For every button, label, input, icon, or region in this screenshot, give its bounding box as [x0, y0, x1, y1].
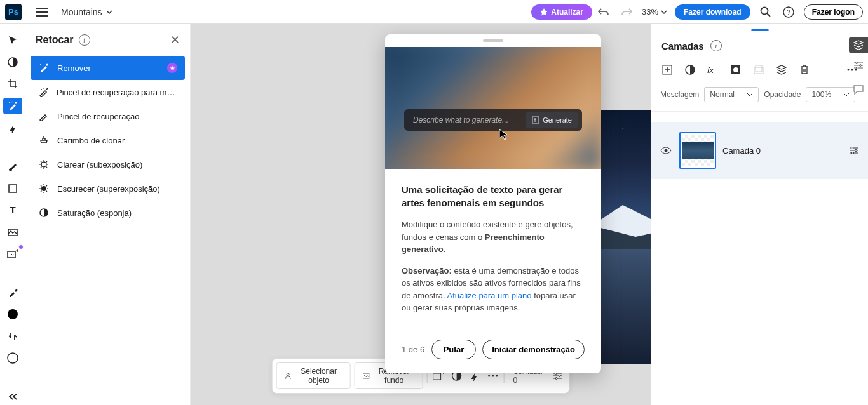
chevron-down-icon	[106, 10, 112, 14]
document-name[interactable]: Mountains	[61, 7, 112, 17]
blend-mode-select[interactable]: Normal	[704, 87, 759, 102]
svg-point-26	[496, 375, 498, 377]
fx-icon[interactable]: fx	[706, 63, 720, 77]
upgrade-link[interactable]: Atualize para um plano	[447, 291, 532, 300]
svg-point-17	[41, 186, 46, 191]
tool-spot-healing[interactable]: Pincel de recuperação para man…	[31, 80, 185, 104]
eyedropper-tool[interactable]	[3, 284, 22, 301]
tool-remover[interactable]: Remover ★	[31, 56, 185, 80]
download-button[interactable]: Fazer download	[675, 4, 750, 20]
svg-text:+: +	[16, 249, 18, 254]
modal-description: Modifique o conteúdo existente e gere ob…	[402, 218, 585, 256]
layers-toggle-icon[interactable]	[849, 37, 868, 53]
quick-actions-tool[interactable]	[3, 119, 22, 136]
modal-drag-handle[interactable]	[385, 34, 601, 47]
tool-burn[interactable]: Escurecer (superexposição)	[31, 176, 185, 201]
svg-point-35	[733, 67, 738, 72]
svg-rect-21	[433, 373, 441, 380]
retouch-tool[interactable]	[3, 98, 22, 115]
move-tool[interactable]	[3, 32, 22, 49]
visibility-toggle-icon[interactable]	[660, 147, 673, 154]
svg-point-47	[857, 67, 858, 69]
adjust-tool[interactable]	[3, 54, 22, 71]
chevron-down-icon	[747, 93, 753, 96]
canvas-area[interactable]: Selecionar objeto Remover fundo + Camada…	[191, 24, 651, 405]
person-icon	[285, 371, 292, 380]
modal-step-indicator: 1 de 6	[402, 345, 424, 354]
chevron-down-icon	[661, 10, 667, 14]
svg-text:?: ?	[787, 8, 790, 16]
tool-sponge[interactable]: Saturação (esponja)	[31, 201, 185, 225]
svg-point-25	[492, 375, 494, 377]
svg-point-16	[41, 162, 46, 167]
swap-colors[interactable]	[3, 328, 22, 345]
opacity-select[interactable]: 100%	[806, 87, 855, 102]
close-icon[interactable]: ✕	[170, 33, 180, 47]
generate-button-preview: Generate	[526, 112, 578, 128]
svg-text:T: T	[10, 205, 15, 215]
undo-button[interactable]	[595, 3, 613, 21]
layer-settings-icon[interactable]	[849, 146, 859, 155]
trash-icon[interactable]	[797, 63, 811, 77]
comments-icon[interactable]	[849, 81, 868, 98]
shape-tool[interactable]	[3, 180, 22, 197]
app-header: Ps Mountains Atualizar 33% Fazer downloa…	[0, 0, 868, 24]
crop-tool[interactable]	[3, 76, 22, 93]
tool-healing-brush[interactable]: Pincel de recuperação	[31, 104, 185, 128]
add-layer-icon[interactable]	[660, 63, 674, 77]
svg-text:fx: fx	[707, 65, 714, 74]
layer-name: Camada 0	[722, 146, 761, 156]
svg-point-13	[40, 64, 41, 65]
select-object-button[interactable]: Selecionar objeto	[276, 362, 351, 389]
svg-point-44	[852, 152, 854, 154]
svg-point-15	[43, 88, 44, 89]
collapse-icon[interactable]	[3, 388, 22, 405]
stack-icon[interactable]	[775, 63, 789, 77]
brush-tool[interactable]	[3, 158, 22, 175]
svg-point-45	[856, 62, 858, 64]
help-icon[interactable]: ?	[780, 3, 797, 21]
svg-rect-37	[756, 65, 762, 72]
layer-row[interactable]: Camada 0	[651, 122, 868, 179]
image-tool[interactable]	[3, 223, 22, 241]
tool-clone-stamp[interactable]: Carimbo de clonar	[31, 128, 185, 152]
photoshop-logo: Ps	[5, 4, 22, 20]
opacity-label: Opacidade	[764, 90, 801, 99]
modal-preview-image: Describe what to generate... Generate	[385, 47, 601, 169]
gen-fill-tool[interactable]: +	[3, 246, 22, 263]
svg-point-12	[8, 353, 18, 363]
adjustment-layer-icon[interactable]	[683, 63, 697, 77]
svg-point-46	[860, 65, 862, 67]
search-icon[interactable]	[757, 3, 775, 21]
svg-point-41	[665, 149, 668, 152]
tool-dodge[interactable]: Clarear (subexposição)	[31, 152, 185, 176]
foreground-color[interactable]	[3, 306, 22, 323]
svg-rect-6	[9, 185, 17, 192]
svg-point-14	[41, 89, 42, 90]
tool-options-panel: Retocar i ✕ Remover ★ Pincel de recupera…	[25, 24, 191, 405]
login-button[interactable]: Fazer logon	[804, 4, 863, 20]
svg-rect-30	[532, 117, 539, 123]
svg-point-0	[761, 7, 768, 14]
upgrade-button[interactable]: Atualizar	[531, 4, 592, 20]
svg-point-28	[559, 375, 561, 377]
info-icon[interactable]: i	[710, 40, 722, 51]
properties-toggle-icon[interactable]	[849, 57, 868, 74]
layer-thumbnail[interactable]	[679, 132, 716, 169]
mask-icon[interactable]	[729, 63, 743, 77]
start-demo-button[interactable]: Iniciar demonstração	[482, 340, 585, 359]
star-icon	[540, 8, 548, 16]
star-badge-icon: ★	[167, 63, 177, 73]
redo-button[interactable]	[618, 3, 635, 21]
text-tool[interactable]: T	[3, 202, 22, 219]
hamburger-menu-icon[interactable]	[34, 4, 50, 20]
zoom-level[interactable]: 33%	[642, 7, 667, 17]
layers-title: Camadas	[661, 41, 704, 51]
link-icon[interactable]	[752, 63, 766, 77]
info-icon[interactable]: i	[79, 34, 90, 46]
svg-point-11	[8, 309, 18, 319]
background-color[interactable]	[3, 350, 22, 367]
left-toolbar: T +	[0, 24, 25, 405]
svg-point-43	[855, 150, 857, 152]
skip-button[interactable]: Pular	[431, 340, 477, 359]
